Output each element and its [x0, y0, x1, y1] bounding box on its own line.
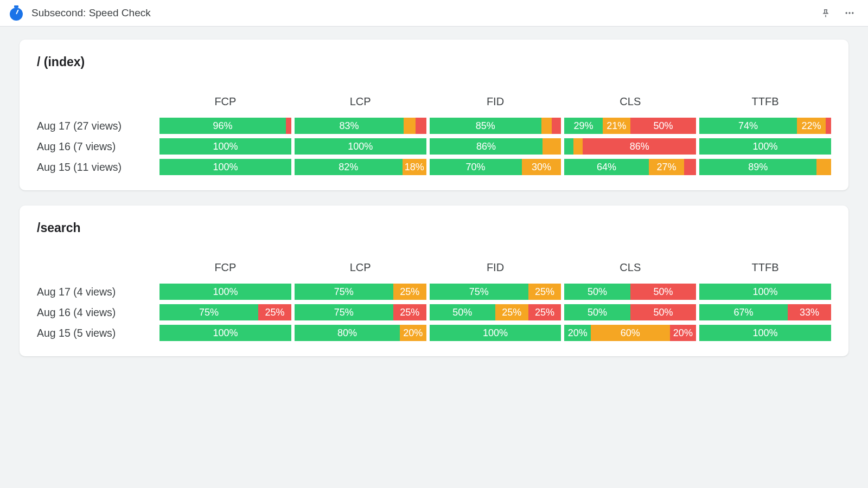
metrics-grid: FCPLCPFIDCLSTTFBAug 17 (27 views)96%83%8… [37, 95, 831, 175]
bar-segment: 80% [295, 325, 400, 341]
bar-segment: 20% [670, 325, 697, 341]
stacked-bar[interactable]: 86% [564, 138, 696, 155]
card-title: /search [37, 221, 831, 235]
bar-segment: 89% [699, 159, 816, 175]
bar-segment: 85% [430, 118, 541, 134]
bar-segment: 100% [430, 325, 561, 341]
col-header: CLS [564, 95, 696, 113]
bar-segment: 25% [393, 304, 426, 320]
bar-segment [552, 118, 561, 134]
stacked-bar[interactable]: 50%25%25% [430, 304, 561, 320]
stacked-bar[interactable]: 100% [699, 138, 831, 155]
bar-segment: 64% [564, 159, 648, 175]
bar-segment: 100% [159, 284, 291, 300]
page-title: Subsecond: Speed Check [31, 7, 810, 19]
stacked-bar[interactable]: 100% [699, 325, 831, 341]
bar-segment: 100% [699, 138, 831, 155]
bar-segment: 18% [403, 159, 426, 175]
row-label: Aug 16 (4 views) [37, 306, 156, 319]
stacked-bar[interactable]: 29%21%50% [564, 118, 696, 134]
col-header: FID [430, 95, 561, 113]
stacked-bar[interactable]: 89% [699, 159, 831, 175]
col-header: FID [430, 261, 561, 279]
bar-segment: 100% [159, 138, 291, 155]
stacked-bar[interactable]: 20%60%20% [564, 325, 696, 341]
stacked-bar[interactable]: 64%27% [564, 159, 696, 175]
bar-segment: 86% [430, 138, 543, 155]
bar-segment: 25% [495, 304, 528, 320]
bar-segment [404, 118, 416, 134]
col-header: FCP [159, 261, 291, 279]
bar-segment: 29% [564, 118, 602, 134]
bar-segment [573, 138, 583, 155]
bar-segment: 20% [400, 325, 426, 341]
bar-segment [684, 159, 696, 175]
col-header: TTFB [699, 261, 831, 279]
bar-segment [826, 118, 831, 134]
stacked-bar[interactable]: 96% [159, 118, 291, 134]
stacked-bar[interactable]: 74%22% [699, 118, 831, 134]
bar-segment: 75% [159, 304, 258, 320]
bar-segment: 50% [630, 284, 696, 300]
header-actions [818, 5, 857, 21]
stacked-bar[interactable]: 82%18% [295, 159, 426, 175]
bar-segment: 83% [295, 118, 404, 134]
stacked-bar[interactable]: 100% [430, 325, 561, 341]
bar-segment: 75% [295, 284, 393, 300]
stacked-bar[interactable]: 100% [159, 325, 291, 341]
bar-segment [542, 138, 561, 155]
stacked-bar[interactable]: 100% [159, 159, 291, 175]
bar-segment: 27% [649, 159, 685, 175]
bar-segment: 75% [430, 284, 528, 300]
col-header: CLS [564, 261, 696, 279]
stacked-bar[interactable]: 50%50% [564, 284, 696, 300]
col-header: LCP [295, 261, 426, 279]
stacked-bar[interactable]: 85% [430, 118, 561, 134]
bar-segment: 50% [630, 304, 696, 320]
row-label: Aug 16 (7 views) [37, 140, 156, 153]
bar-segment [416, 118, 426, 134]
bar-segment: 20% [564, 325, 591, 341]
bar-segment: 22% [797, 118, 826, 134]
bar-segment: 67% [699, 304, 788, 320]
metrics-card: / (index)FCPLCPFIDCLSTTFBAug 17 (27 view… [20, 40, 848, 190]
bar-segment: 100% [159, 159, 291, 175]
bar-segment: 82% [295, 159, 403, 175]
content-area: / (index)FCPLCPFIDCLSTTFBAug 17 (27 view… [0, 27, 868, 384]
bar-segment: 100% [159, 325, 291, 341]
stacked-bar[interactable]: 67%33% [699, 304, 831, 320]
bar-segment: 50% [564, 284, 630, 300]
bar-segment: 75% [295, 304, 393, 320]
col-header: LCP [295, 95, 426, 113]
stacked-bar[interactable]: 83% [295, 118, 426, 134]
stacked-bar[interactable]: 75%25% [159, 304, 291, 320]
bar-segment [541, 118, 552, 134]
stacked-bar[interactable]: 100% [699, 284, 831, 300]
bar-segment: 21% [603, 118, 630, 134]
stacked-bar[interactable]: 75%25% [295, 284, 426, 300]
bar-segment: 50% [630, 118, 696, 134]
svg-point-1 [848, 12, 850, 14]
bar-segment: 50% [430, 304, 495, 320]
stacked-bar[interactable]: 75%25% [430, 284, 561, 300]
bar-segment: 100% [699, 325, 831, 341]
bar-segment: 70% [430, 159, 522, 175]
pin-icon[interactable] [818, 5, 833, 21]
bar-segment [816, 159, 831, 175]
stacked-bar[interactable]: 80%20% [295, 325, 426, 341]
row-label: Aug 15 (5 views) [37, 327, 156, 339]
stacked-bar[interactable]: 75%25% [295, 304, 426, 320]
stacked-bar[interactable]: 100% [295, 138, 426, 155]
col-header: FCP [159, 95, 291, 113]
stacked-bar[interactable]: 50%50% [564, 304, 696, 320]
bar-segment: 100% [295, 138, 426, 155]
bar-segment: 100% [699, 284, 831, 300]
stacked-bar[interactable]: 100% [159, 284, 291, 300]
bar-segment: 50% [564, 304, 630, 320]
more-icon[interactable] [842, 5, 857, 21]
metrics-card: /searchFCPLCPFIDCLSTTFBAug 17 (4 views)1… [20, 206, 848, 356]
stacked-bar[interactable]: 70%30% [430, 159, 561, 175]
stacked-bar[interactable]: 100% [159, 138, 291, 155]
col-header: TTFB [699, 95, 831, 113]
stacked-bar[interactable]: 86% [430, 138, 561, 155]
